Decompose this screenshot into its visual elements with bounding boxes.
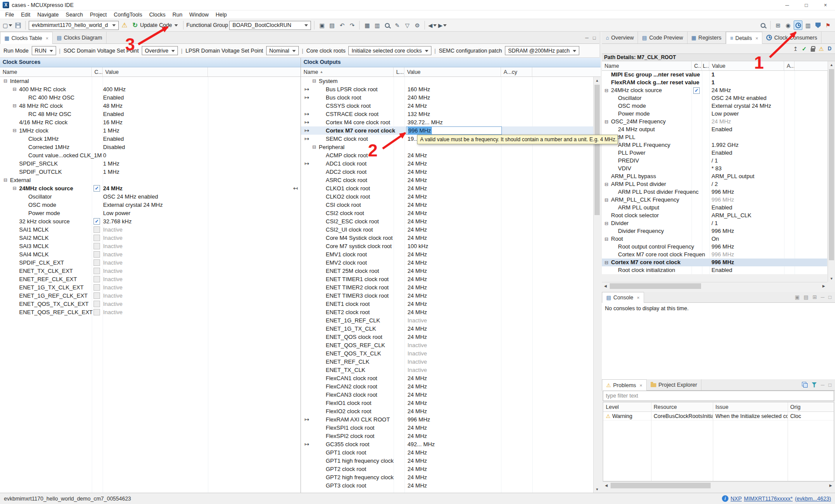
table-row[interactable]: MIPI Esc group ...nter reset value1 <box>602 71 827 79</box>
menu-file[interactable]: File <box>2 12 17 18</box>
column-header-accuracy[interactable]: A...cy <box>501 67 532 76</box>
table-row[interactable]: ENET1 clock root24 MHz <box>301 300 593 308</box>
table-row[interactable]: ENET_QOS_REF_CLK_EXTInactive <box>0 308 301 316</box>
table-row[interactable]: Root clock selectorARM_PLL_CLK <box>602 212 827 219</box>
maximize-view-icon[interactable]: □ <box>593 35 596 40</box>
memory-button[interactable]: ▥ <box>373 20 381 30</box>
close-icon[interactable]: × <box>46 36 48 41</box>
table-row[interactable]: ENET_REF_CLK_EXTInactive <box>0 275 301 283</box>
display-selected-icon[interactable]: ⊞ <box>812 294 817 300</box>
tree-expander-icon[interactable]: ⊟ <box>3 176 7 184</box>
clocks-tool-button[interactable] <box>794 20 802 30</box>
table-row[interactable]: ENET_QOS_REF_CLKInactive <box>301 341 593 349</box>
table-row[interactable]: ⊟Cortex M7 core root clock996 MHz <box>602 259 827 266</box>
tab-problems[interactable]: ⚠ Problems × <box>602 379 647 391</box>
minimize-view-icon[interactable]: ─ <box>821 294 825 300</box>
tree-expander-icon[interactable]: ⊟ <box>605 118 608 126</box>
checkbox-checked[interactable]: ✓ <box>94 185 100 192</box>
table-row[interactable]: ↦Cortex M7 core root clock996 MHz <box>301 126 593 135</box>
redo-button[interactable]: ↷ <box>347 20 356 30</box>
scroll-up-icon[interactable]: ▲ <box>594 77 601 84</box>
tab-project-explorer[interactable]: Project Explorer <box>647 379 701 390</box>
table-row[interactable]: ASRC clock root24 MHz <box>301 176 593 184</box>
group-by-icon[interactable] <box>802 382 808 388</box>
table-row[interactable]: SPDIF_SRCLK1 MHz <box>0 159 301 168</box>
details-vertical-scrollbar[interactable]: ▲ ▼ <box>828 61 835 282</box>
checkbox-disabled[interactable] <box>94 251 100 258</box>
table-row[interactable]: ↦Bus LPSR clock root160 MHz <box>301 85 593 93</box>
checkbox-disabled[interactable] <box>94 268 100 274</box>
column-header-locked[interactable]: L... <box>394 67 404 76</box>
problems-filter-input[interactable] <box>603 391 834 401</box>
forward-button[interactable]: ▶ <box>438 20 447 30</box>
menu-window[interactable]: Window <box>186 12 212 18</box>
table-row[interactable]: ⊟OSC_24M Frequency24 MHz <box>602 118 827 126</box>
details-horizontal-scrollbar[interactable]: ◀ ▶ <box>602 282 827 290</box>
tree-expander-icon[interactable]: ⊟ <box>605 180 608 188</box>
copy-registers-button[interactable]: ▣ <box>317 20 326 30</box>
column-header-accuracy[interactable]: A... <box>784 61 795 70</box>
scroll-down-icon[interactable]: ▼ <box>594 486 601 493</box>
lock-icon[interactable] <box>811 48 815 52</box>
scrollbar-thumb[interactable] <box>611 483 711 488</box>
table-row[interactable]: OSC modeExternal crystal 24 MHz <box>602 102 827 110</box>
problems-horizontal-scrollbar[interactable]: ◀ ▶ <box>603 481 834 489</box>
table-row[interactable]: OscillatorOSC 24 MHz enabled <box>602 94 827 102</box>
table-row[interactable]: Power modeLow power <box>602 110 827 118</box>
table-row[interactable]: SPDIF_CLK_EXTInactive <box>0 259 301 267</box>
semc-patch-select[interactable]: SDRAM @200MHz patch <box>505 46 579 55</box>
menu-run[interactable]: Run <box>169 12 186 18</box>
menu-search[interactable]: Search <box>62 12 87 18</box>
table-row[interactable]: ARM PLL Post divider Frequenc996 MHz <box>602 188 827 196</box>
tab-overview[interactable]: ⌂Overview <box>602 32 638 43</box>
table-row[interactable]: ENET_REF_CLKInactive <box>301 358 593 366</box>
scroll-right-icon[interactable]: ▶ <box>820 282 827 290</box>
table-row[interactable]: ENET_1G_REF_CLKInactive <box>301 316 593 325</box>
table-row[interactable]: OscillatorOSC 24 MHz enabled <box>0 192 301 201</box>
checkbox-disabled[interactable] <box>94 276 100 282</box>
trustzone-tool-button[interactable] <box>814 20 822 30</box>
tree-expander-icon[interactable]: ⊟ <box>605 219 608 227</box>
table-row[interactable]: ARM PLL Frequency1.992 GHz <box>602 141 827 149</box>
tree-expander-icon[interactable]: ⊟ <box>605 196 608 204</box>
new-wizard-button[interactable]: ▢ <box>3 20 12 30</box>
pin-console-icon[interactable]: ▤ <box>804 294 808 300</box>
checkbox-disabled[interactable] <box>94 284 100 291</box>
minimize-view-icon[interactable]: ─ <box>821 382 825 388</box>
scroll-up-icon[interactable]: ▲ <box>828 61 835 68</box>
table-row[interactable]: ⊟ARM PLL Post divider/ 2 <box>602 180 827 188</box>
close-button[interactable]: × <box>816 0 835 10</box>
table-row[interactable]: ⊟48 MHz RC clock48 MHz <box>0 102 301 110</box>
column-header-resource[interactable]: Resource <box>651 402 713 411</box>
table-row[interactable]: Clock 1MHzEnabled <box>0 135 301 143</box>
search-button[interactable] <box>758 20 767 30</box>
table-row[interactable]: CSSYS clock root24 MHz <box>301 102 593 110</box>
table-row[interactable]: ↦Cortex M4 core clock root392.72... MHz <box>301 118 593 126</box>
table-row[interactable]: CSI2 clock root24 MHz <box>301 209 593 217</box>
scrollbar-thumb[interactable] <box>829 69 834 260</box>
open-perspective-button[interactable]: ⊞ <box>774 20 782 30</box>
checkbox-disabled[interactable] <box>94 235 100 241</box>
menu-project[interactable]: Project <box>87 12 110 18</box>
table-row[interactable]: CLKO2 clock root24 MHz <box>301 192 593 201</box>
menu-clocks[interactable]: Clocks <box>146 12 169 18</box>
table-row[interactable]: FlexCAN3 clock root24 MHz <box>301 391 593 399</box>
checkbox-checked[interactable]: ✓ <box>693 87 700 94</box>
column-header-config[interactable]: C... <box>92 67 103 76</box>
table-row[interactable]: 4/16 MHz RC clock16 MHz <box>0 118 301 126</box>
tree-expander-icon[interactable]: ⊟ <box>605 259 608 266</box>
validation-ok-icon[interactable]: ✓ <box>802 46 807 52</box>
problem-row[interactable]: ⚠Warning CoreBusClockRootsInitialization… <box>603 412 834 421</box>
save-button[interactable] <box>13 20 22 30</box>
value-edit-field[interactable]: 996 MHz <box>406 126 502 135</box>
table-row[interactable]: ENET_TX_CLK_EXTInactive <box>0 267 301 275</box>
scroll-down-icon[interactable]: ▼ <box>828 275 835 282</box>
tree-expander-icon[interactable]: ⊟ <box>312 77 316 85</box>
table-row[interactable]: OSC modeExternal crystal 24 MHz <box>0 201 301 209</box>
table-row[interactable]: ENET_QOS_TX_CLKInactive <box>301 349 593 358</box>
table-row[interactable]: ENET 25M clock root24 MHz <box>301 267 593 275</box>
table-row[interactable]: ↦Bus clock root240 MHz <box>301 93 593 102</box>
warning-icon[interactable]: ⚠ <box>120 20 129 30</box>
table-row[interactable]: FlexCAN2 clock root24 MHz <box>301 382 593 391</box>
table-row[interactable]: GPT2 high frequency clock24 MHz <box>301 473 593 481</box>
